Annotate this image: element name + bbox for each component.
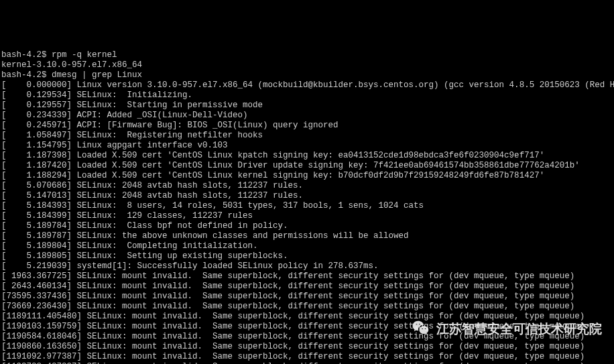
- cmd-rpm: rpm -q kernel: [52, 50, 117, 60]
- output-rpm: kernel-3.10.0-957.el7.x86_64: [1, 60, 142, 70]
- cmd-dmesg: dmesg | grep Linux: [52, 70, 142, 80]
- output-dmesg: [ 0.000000] Linux version 3.10.0-957.el7…: [1, 80, 613, 364]
- prompt: bash-4.2$: [1, 50, 47, 60]
- terminal[interactable]: bash-4.2$ rpm -q kernel kernel-3.10.0-95…: [0, 40, 614, 364]
- prompt: bash-4.2$: [1, 70, 47, 80]
